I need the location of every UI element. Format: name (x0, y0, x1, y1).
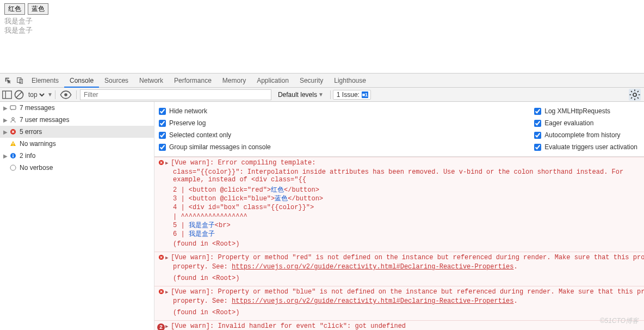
svg-rect-0 (17, 77, 21, 82)
svg-point-16 (10, 165, 16, 170)
context-select[interactable]: top (26, 90, 46, 99)
error-message[interactable]: 2▶[Vue warn]: Invalid handler for event … (154, 320, 644, 330)
console-settings: Hide network Preserve log Selected conte… (154, 102, 644, 157)
opt-autocomplete-history[interactable]: Autocomplete from history (534, 129, 637, 141)
user-icon (9, 117, 17, 123)
sidebar-item-verbose[interactable]: No verbose (0, 162, 154, 174)
opt-hide-network[interactable]: Hide network (159, 105, 271, 117)
verbose-icon (9, 164, 17, 171)
opt-selected-context[interactable]: Selected context only (159, 129, 271, 141)
sidebar-item-info[interactable]: ▶2 info (0, 150, 154, 162)
error-icon (9, 129, 17, 135)
tab-network[interactable]: Network (134, 74, 169, 88)
device-toggle-icon[interactable] (14, 74, 26, 88)
svg-rect-11 (13, 143, 13, 144)
tab-application[interactable]: Application (251, 74, 294, 88)
error-icon (157, 289, 165, 295)
live-expression-icon[interactable] (60, 89, 72, 101)
svg-rect-15 (13, 154, 14, 155)
doc-link[interactable]: https://vuejs.org/v2/guide/reactivity.ht… (232, 263, 513, 271)
box-text: 我是盒子 我是盒子 (4, 17, 640, 35)
filter-input[interactable] (80, 89, 271, 100)
blue-button[interactable]: 蓝色 (28, 3, 48, 15)
opt-eager-eval[interactable]: Eager evaluation (534, 117, 637, 129)
svg-rect-8 (10, 106, 16, 109)
warning-icon (9, 140, 17, 147)
settings-icon[interactable] (629, 89, 641, 101)
error-message[interactable]: ▶[Vue warn]: Property or method "blue" i… (154, 286, 644, 320)
message-icon (9, 105, 17, 111)
clear-console-icon[interactable] (13, 89, 25, 101)
sidebar-item-warnings[interactable]: No warnings (0, 138, 154, 150)
tab-console[interactable]: Console (64, 74, 99, 88)
issues-button[interactable]: 1 Issue:■ 1 (333, 90, 371, 100)
opt-preserve-log[interactable]: Preserve log (159, 117, 271, 129)
devtools-panel: Elements Console Sources Network Perform… (0, 73, 644, 330)
svg-point-9 (12, 118, 14, 120)
error-icon (157, 160, 165, 166)
svg-rect-2 (3, 91, 12, 99)
sidebar-item-messages[interactable]: ▶7 messages (0, 102, 154, 114)
inspect-icon[interactable] (2, 74, 14, 88)
tab-security[interactable]: Security (294, 74, 329, 88)
devtools-tabbar: Elements Console Sources Network Perform… (0, 74, 644, 88)
sidebar-item-user-messages[interactable]: ▶7 user messages (0, 114, 154, 126)
demo-page-area: 红色 蓝色 我是盒子 我是盒子 (0, 0, 644, 73)
tab-performance[interactable]: Performance (169, 74, 217, 88)
opt-log-xhr[interactable]: Log XMLHttpRequests (534, 105, 637, 117)
tab-lighthouse[interactable]: Lighthouse (329, 74, 371, 88)
red-button[interactable]: 红色 (4, 3, 25, 15)
svg-rect-12 (13, 145, 13, 145)
error-message[interactable]: ▶[Vue warn]: Property or method "red" is… (154, 252, 644, 286)
error-icon (157, 254, 165, 260)
tab-sources[interactable]: Sources (99, 74, 134, 88)
error-badge-icon: 2 (157, 323, 165, 330)
opt-group-similar[interactable]: Group similar messages in console (159, 141, 271, 153)
svg-point-6 (64, 93, 67, 96)
log-levels[interactable]: Default levels▼ (278, 91, 324, 99)
svg-line-5 (16, 91, 22, 97)
message-sidebar: ▶7 messages ▶7 user messages ▶5 errors N… (0, 102, 154, 330)
watermark: ©51CTO博客 (600, 316, 639, 326)
console-toolbar: top ▼ Default levels▼ 1 Issue:■ 1 (0, 88, 644, 102)
tab-memory[interactable]: Memory (217, 74, 251, 88)
sidebar-item-errors[interactable]: ▶5 errors (0, 126, 154, 138)
info-icon (9, 152, 17, 159)
error-message[interactable]: ▶[Vue warn]: Error compiling template: c… (154, 157, 644, 252)
svg-point-7 (633, 93, 636, 96)
tab-elements[interactable]: Elements (26, 74, 64, 88)
toggle-sidebar-icon[interactable] (1, 89, 13, 101)
console-output: ▶[Vue warn]: Error compiling template: c… (154, 157, 644, 330)
doc-link[interactable]: https://vuejs.org/v2/guide/reactivity.ht… (232, 297, 513, 305)
opt-eval-activation[interactable]: Evaluate triggers user activation (534, 141, 637, 153)
svg-rect-14 (13, 155, 14, 157)
